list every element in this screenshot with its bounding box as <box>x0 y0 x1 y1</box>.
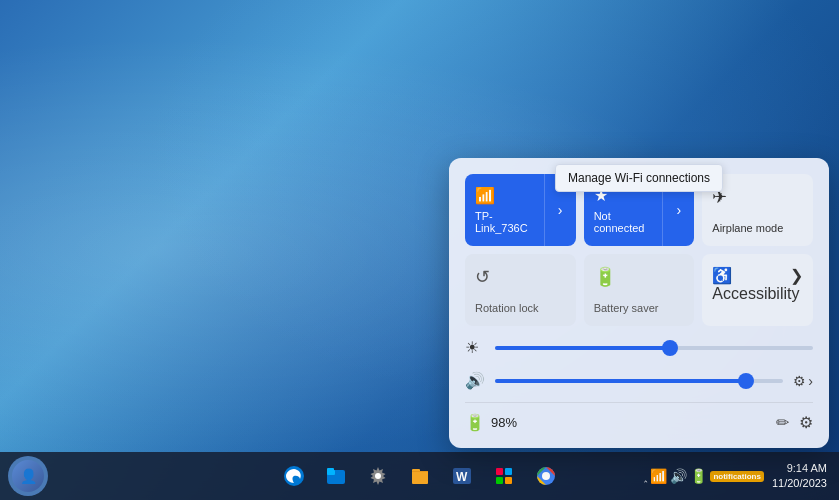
taskbar-edge-icon[interactable] <box>274 456 314 496</box>
volume-track[interactable] <box>495 379 783 383</box>
svg-rect-3 <box>327 468 334 472</box>
tray-volume-icon[interactable]: 🔊 <box>670 468 687 484</box>
accessibility-expand-icon: ❯ <box>790 266 803 285</box>
battery-row: 🔋 98% ✏ ⚙ <box>465 402 813 432</box>
system-clock[interactable]: 9:14 AM 11/20/2023 <box>768 459 831 494</box>
brightness-icon: ☀ <box>465 338 485 357</box>
sliders-section: ☀ 🔊 ⚙ › <box>465 338 813 390</box>
bluetooth-label: Not connected <box>594 210 653 234</box>
tray-icons: ‸ 📶 🔊 🔋 notifications <box>644 468 764 484</box>
clock-date: 11/20/2023 <box>772 476 827 491</box>
wifi-tooltip: Manage Wi-Fi connections <box>555 164 723 192</box>
rotation-icon: ↺ <box>475 266 490 288</box>
battery-percent: 98% <box>491 415 517 430</box>
taskbar-word-icon[interactable]: W <box>442 456 482 496</box>
brightness-thumb[interactable] <box>662 340 678 356</box>
avatar-circle: 👤 <box>12 460 44 492</box>
clock-time: 9:14 AM <box>787 461 827 476</box>
system-tray: ‸ 📶 🔊 🔋 notifications 9:14 AM 11/20/2023 <box>644 459 831 494</box>
svg-rect-14 <box>505 477 512 484</box>
taskbar: 👤 W ‸ 📶 🔊 <box>0 452 839 500</box>
battery-info: 🔋 98% <box>465 413 517 432</box>
battery-icon: 🔋 <box>465 413 485 432</box>
svg-point-5 <box>375 473 381 479</box>
taskbar-files-icon[interactable] <box>400 456 440 496</box>
rotation-top: ↺ <box>475 266 566 288</box>
taskbar-explorer-icon[interactable] <box>316 456 356 496</box>
beta-badge: notifications <box>710 471 764 482</box>
battery-actions: ✏ ⚙ <box>776 413 813 432</box>
svg-point-16 <box>542 472 550 480</box>
accessibility-button[interactable]: ♿ ❯ Accessibility <box>702 254 813 326</box>
volume-thumb[interactable] <box>738 373 754 389</box>
rotation-label: Rotation lock <box>475 302 539 314</box>
accessibility-label: Accessibility <box>712 285 799 303</box>
settings-icon[interactable]: ⚙ <box>799 413 813 432</box>
edit-icon[interactable]: ✏ <box>776 413 789 432</box>
taskbar-chrome-icon[interactable] <box>526 456 566 496</box>
wifi-top: 📶 <box>475 186 495 205</box>
battery-saver-button[interactable]: 🔋 Battery saver <box>584 254 695 326</box>
taskbar-settings-icon[interactable] <box>358 456 398 496</box>
battery-saver-label: Battery saver <box>594 302 659 314</box>
tray-wifi-icon[interactable]: 📶 <box>650 468 667 484</box>
volume-fill <box>495 379 746 383</box>
airplane-top: ✈ <box>712 186 803 208</box>
svg-rect-11 <box>496 468 503 475</box>
taskbar-right: ‸ 📶 🔊 🔋 notifications 9:14 AM 11/20/2023 <box>644 459 839 494</box>
volume-expand-icon: › <box>808 373 813 389</box>
accessibility-icon: ♿ <box>712 266 732 285</box>
wifi-label: TP-Link_736C <box>475 210 534 234</box>
svg-text:W: W <box>456 470 468 484</box>
volume-settings-icon: ⚙ <box>793 373 806 389</box>
brightness-track[interactable] <box>495 346 813 350</box>
volume-row: 🔊 ⚙ › <box>465 371 813 390</box>
quick-toggle-grid: 📶 TP-Link_736C › ★ Not connected › ✈ Air… <box>465 174 813 326</box>
taskbar-center-icons: W <box>274 456 566 496</box>
airplane-label: Airplane mode <box>712 222 783 234</box>
battery-saver-icon: 🔋 <box>594 266 616 288</box>
tray-chevron-icon[interactable]: ‸ <box>644 471 647 482</box>
svg-rect-12 <box>505 468 512 475</box>
volume-more-icon[interactable]: ⚙ › <box>793 373 813 389</box>
brightness-row: ☀ <box>465 338 813 357</box>
svg-rect-8 <box>412 471 428 472</box>
rotation-lock-button[interactable]: ↺ Rotation lock <box>465 254 576 326</box>
taskbar-avatar[interactable]: 👤 <box>8 456 48 496</box>
brightness-fill <box>495 346 670 350</box>
wifi-main-button[interactable]: 📶 TP-Link_736C <box>465 174 544 246</box>
battery-saver-top: 🔋 <box>594 266 685 288</box>
svg-rect-13 <box>496 477 503 484</box>
wifi-icon: 📶 <box>475 187 495 204</box>
quick-settings-panel: Manage Wi-Fi connections 📶 TP-Link_736C … <box>449 158 829 448</box>
tray-battery-icon[interactable]: 🔋 <box>690 468 707 484</box>
volume-icon: 🔊 <box>465 371 485 390</box>
accessibility-top: ♿ ❯ <box>712 266 803 285</box>
taskbar-start-icon[interactable] <box>484 456 524 496</box>
